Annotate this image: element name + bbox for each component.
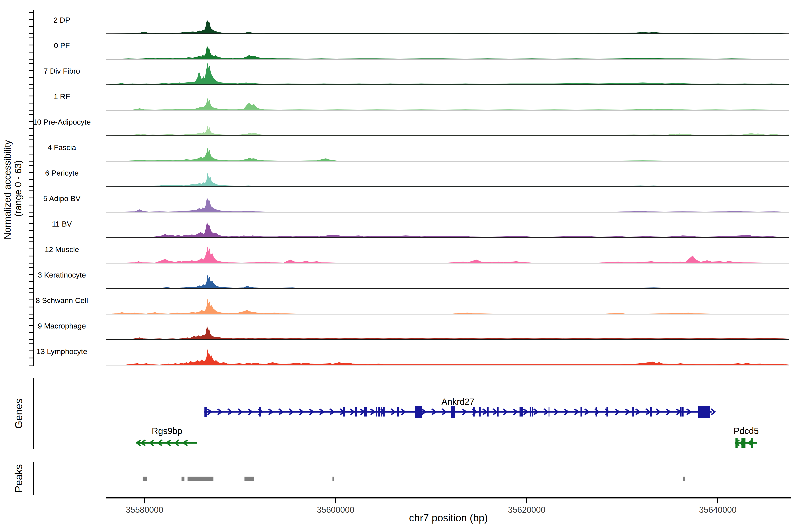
peak-calls (143, 477, 685, 481)
exon (530, 407, 531, 417)
track-label: 5 Adipo BV (43, 194, 81, 203)
signal-area (106, 247, 789, 263)
track-11-bv: 11 BV (29, 216, 789, 238)
exon (751, 438, 753, 448)
signal-area (106, 222, 789, 238)
track-9-macrophage: 9 Macrophage (29, 318, 789, 340)
exon (532, 407, 533, 417)
track-10-pre-adipocyte: 10 Pre-Adipocyte (29, 114, 789, 136)
track-12-muscle: 12 Muscle (29, 242, 789, 263)
signal-area (106, 299, 789, 314)
track-label: 12 Muscle (45, 245, 79, 253)
track-label: 9 Macrophage (38, 322, 86, 330)
gene-label: Pdcd5 (734, 426, 759, 436)
exon (355, 407, 357, 417)
signal-area (106, 173, 789, 187)
gene-models: Ankrd27Rgs9bpPdcd5 (137, 397, 759, 448)
genome-browser-figure: Normalized accessibility (range 0 - 63) … (0, 0, 798, 532)
signal-area (106, 63, 789, 85)
exon (379, 407, 380, 417)
track-0-pf: 0 PF (29, 38, 789, 59)
track-label: 3 Keratinocyte (38, 271, 86, 279)
y-axis-title-line2: (range 0 - 63) (13, 160, 23, 216)
peaks-panel-label: Peaks (13, 464, 24, 493)
signal-area (106, 197, 789, 212)
peak-region (143, 477, 147, 481)
track-label: 10 Pre-Adipocyte (33, 118, 91, 126)
track-1-rf: 1 RF (29, 89, 789, 110)
track-13-lymphocyte: 13 Lymphocyte (29, 344, 789, 365)
signal-area (106, 148, 789, 161)
y-axis-title-line1: Normalized accessibility (2, 140, 13, 240)
exon (376, 407, 377, 417)
track-label: 7 Div Fibro (44, 67, 80, 75)
track-7-div-fibro: 7 Div Fibro (29, 63, 789, 85)
x-axis-title: chr7 position (bp) (409, 512, 488, 524)
signal-area (106, 126, 789, 136)
gene-label: Ankrd27 (441, 397, 475, 406)
exon (479, 407, 480, 417)
exon (682, 407, 684, 417)
track-8-schwann-cell: 8 Schwann Cell (29, 293, 789, 314)
x-tick-label: 35620000 (508, 505, 545, 514)
exon (698, 406, 710, 418)
exon (397, 407, 399, 417)
exon (632, 407, 634, 417)
signal-area (106, 99, 789, 110)
exon (451, 406, 455, 418)
y-axis-title: Normalized accessibility (range 0 - 63) (2, 137, 23, 240)
signal-area (106, 19, 789, 34)
exon (259, 407, 261, 417)
exon (581, 407, 582, 417)
track-5-adipo-bv: 5 Adipo BV (29, 191, 789, 212)
peak-region (182, 477, 185, 481)
gene-rgs9bp: Rgs9bp (137, 426, 197, 446)
track-label: 1 RF (54, 92, 70, 101)
track-label: 6 Pericyte (45, 169, 78, 177)
peaks-panel-header: Peaks (13, 462, 34, 495)
signal-area (106, 326, 789, 340)
exon (378, 407, 379, 417)
strand-arrow-icon (711, 409, 715, 415)
x-tick-label: 35640000 (699, 505, 736, 514)
signal-area (106, 349, 789, 365)
track-label: 2 DP (53, 16, 70, 24)
track-label: 13 Lymphocyte (36, 347, 87, 356)
x-axis: 35580000356000003562000035640000 chr7 po… (106, 498, 791, 524)
peak-region (683, 477, 685, 481)
track-4-fascia: 4 Fascia (29, 140, 789, 161)
peak-region (245, 477, 254, 481)
track-label: 0 PF (54, 41, 70, 50)
exon (741, 438, 745, 448)
gene-label: Rgs9bp (152, 426, 183, 436)
gene-pdcd5: Pdcd5 (734, 426, 759, 448)
x-tick-label: 35580000 (126, 505, 163, 514)
track-2-dp: 2 DP (29, 13, 789, 34)
accessibility-tracks: 2 DP0 PF7 Div Fibro1 RF10 Pre-Adipocyte4… (29, 13, 789, 365)
x-tick-label: 35600000 (317, 505, 354, 514)
peak-region (332, 477, 334, 481)
peak-region (188, 477, 213, 481)
signal-area (106, 46, 789, 59)
track-label: 8 Schwann Cell (36, 296, 88, 305)
genes-panel-label: Genes (13, 399, 24, 429)
gene-ankrd27: Ankrd27 (204, 397, 715, 418)
signal-area (106, 275, 789, 289)
exon (415, 406, 422, 418)
track-label: 11 BV (52, 220, 72, 228)
track-6-pericyte: 6 Pericyte (29, 165, 789, 187)
exon (519, 407, 523, 417)
track-3-keratinocyte: 3 Keratinocyte (29, 267, 789, 289)
track-label: 4 Fascia (48, 143, 76, 152)
exon (204, 407, 207, 417)
exon (596, 407, 597, 417)
genes-panel-header: Genes (13, 378, 34, 449)
